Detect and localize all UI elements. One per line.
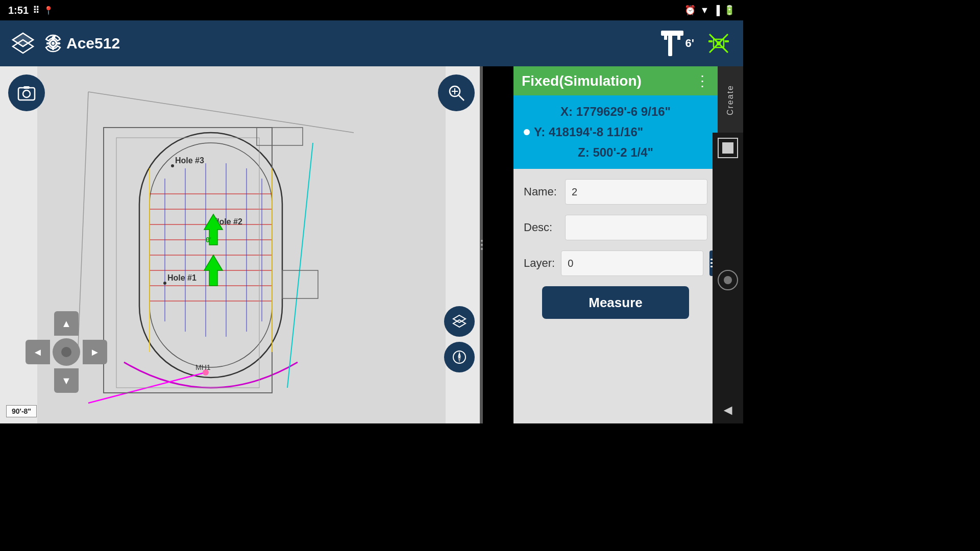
svg-rect-14: [661, 31, 683, 36]
layers-button[interactable]: [444, 306, 475, 337]
dpad-right-button[interactable]: ►: [83, 340, 107, 364]
svg-text:MH1: MH1: [195, 363, 211, 371]
map-area[interactable]: Hole #3 Hole #2 Hole #1 MH1 1 0': [0, 66, 483, 423]
svg-rect-22: [708, 40, 713, 42]
layer-label: Layer:: [524, 257, 555, 270]
ruler-tool-icon: [657, 28, 688, 59]
layer-field-row: Layer:: [524, 251, 707, 276]
gear-icon[interactable]: [44, 34, 62, 53]
svg-point-49: [171, 164, 174, 167]
svg-rect-15: [664, 36, 667, 40]
dpad-left-button[interactable]: ◄: [26, 340, 50, 364]
form-area: Name: Desc: Layer:: [513, 169, 718, 423]
signal-icon: ▐: [713, 5, 720, 16]
desc-input[interactable]: [565, 215, 707, 240]
svg-text:0': 0': [206, 236, 211, 244]
status-right: ⏰ ▼ ▐ 🔋: [684, 5, 735, 16]
coord-x: X: 1779629'-6 9/16": [524, 105, 707, 119]
svg-rect-65: [18, 88, 35, 100]
status-left: 1:51 ⠿ 📍: [8, 5, 54, 16]
svg-line-69: [459, 95, 464, 101]
header-right: 6': [657, 28, 733, 59]
app-header: Ace512 6': [0, 20, 743, 66]
coord-y: Y: 418194'-8 11/16": [534, 125, 643, 139]
stop-button[interactable]: [718, 138, 738, 158]
dpad-control[interactable]: ▲ ▼ ◄ ►: [26, 311, 107, 393]
grid-icon: ⠿: [33, 5, 39, 16]
gps-status: Fixed(Simulation): [522, 73, 642, 89]
svg-rect-9: [46, 42, 50, 44]
name-label: Name:: [524, 185, 559, 198]
back-arrow-button[interactable]: ◄: [721, 402, 735, 418]
alarm-icon: ⏰: [684, 5, 696, 16]
tab-create[interactable]: Create: [722, 77, 739, 123]
zoom-button[interactable]: [438, 74, 475, 111]
map-separator: [480, 66, 483, 423]
coord-x-row: X: 1779629'-6 9/16": [524, 102, 707, 122]
coord-z-row: Z: 500'-2 1/4": [524, 142, 707, 163]
zoom-button-area[interactable]: [438, 74, 475, 111]
tool-measurement-area: 6': [657, 28, 694, 59]
location-status-icon: 📍: [43, 6, 54, 15]
far-right-strip: ◄: [713, 133, 743, 423]
svg-marker-73: [453, 320, 465, 327]
app-name: Ace512: [66, 35, 120, 52]
dpad-center: [53, 338, 80, 366]
layers-icon: [452, 314, 467, 329]
scale-value: 90'-8": [12, 407, 31, 415]
camera-icon: [17, 84, 36, 102]
battery-icon: 🔋: [724, 5, 735, 16]
measure-button[interactable]: Measure: [542, 286, 689, 319]
svg-marker-72: [453, 315, 465, 322]
status-bar: 1:51 ⠿ 📍 ⏰ ▼ ▐ 🔋: [0, 0, 743, 20]
svg-rect-23: [725, 40, 729, 42]
layers-logo-icon: [10, 31, 36, 56]
coord-z: Z: 500'-2 1/4": [524, 145, 707, 160]
compass-button[interactable]: [444, 342, 475, 372]
scale-bar: 90'-8": [6, 405, 37, 417]
gps-header: Fixed(Simulation) ⋮: [513, 66, 718, 95]
svg-point-77: [458, 356, 460, 358]
svg-text:Hole #3: Hole #3: [175, 156, 204, 165]
header-left: Ace512: [10, 31, 120, 56]
right-panel: Fixed(Simulation) ⋮ X: 1779629'-6 9/16" …: [513, 66, 718, 423]
svg-text:Hole #1: Hole #1: [167, 273, 197, 282]
coord-y-row: Y: 418194'-8 11/16": [524, 122, 707, 142]
record-button[interactable]: [718, 270, 738, 290]
zoom-icon: [447, 84, 465, 102]
svg-rect-8: [52, 47, 54, 50]
right-panel-wrapper: Fixed(Simulation) ⋮ X: 1779629'-6 9/16" …: [513, 66, 743, 423]
svg-point-66: [23, 90, 30, 97]
map-tool-button[interactable]: [8, 74, 45, 111]
svg-point-6: [52, 42, 55, 45]
app-title-area: Ace512: [44, 34, 120, 53]
svg-point-53: [163, 282, 166, 285]
svg-rect-16: [677, 36, 680, 40]
desc-label: Desc:: [524, 221, 559, 234]
desc-field-row: Desc:: [524, 215, 707, 240]
compass-icon: [452, 349, 467, 365]
dpad-down-button[interactable]: ▼: [54, 368, 79, 393]
coord-dot: [524, 129, 530, 135]
dpad-up-button[interactable]: ▲: [54, 311, 79, 336]
satellite-icon[interactable]: [704, 29, 733, 58]
wifi-icon: ▼: [700, 5, 709, 16]
gps-menu-button[interactable]: ⋮: [695, 72, 709, 89]
map-bottom-controls: [444, 306, 475, 372]
main-content: Hole #3 Hole #2 Hole #1 MH1 1 0': [0, 66, 743, 423]
name-field-row: Name:: [524, 179, 707, 205]
camera-button[interactable]: [8, 74, 45, 111]
tool-height-value: 6': [685, 37, 694, 50]
layer-input[interactable]: [561, 251, 703, 276]
time-display: 1:51: [8, 5, 29, 16]
coordinates-area: X: 1779629'-6 9/16" Y: 418194'-8 11/16" …: [513, 95, 718, 169]
name-input[interactable]: [565, 179, 707, 205]
svg-rect-67: [23, 86, 30, 89]
